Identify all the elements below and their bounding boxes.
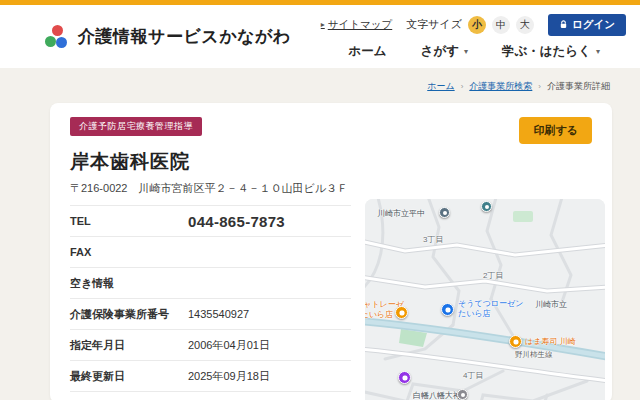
- breadcrumb: ホーム › 介護事業所検索 › 介護事業所詳細: [50, 68, 612, 103]
- map-label-district3: 3丁目: [423, 235, 443, 245]
- supermarket-pin-icon[interactable]: [441, 303, 454, 316]
- field-row-last-updated: 最終更新日 2025年09月18日: [70, 360, 351, 391]
- field-value: 1435540927: [188, 308, 249, 320]
- chevron-right-icon: ▸: [321, 20, 325, 29]
- nav-home-label: ホーム: [349, 43, 387, 60]
- field-label: 空き情報: [70, 276, 188, 291]
- chevron-down-icon: ▾: [464, 47, 468, 56]
- breadcrumb-search[interactable]: 介護事業所検索: [469, 80, 532, 93]
- nav-home[interactable]: ホーム: [349, 43, 387, 60]
- map-label-road: 野川柿生線: [515, 350, 553, 359]
- logo-dot-red: [52, 25, 63, 36]
- map-label-district2: 2丁目: [483, 271, 503, 281]
- header-right: ▸サイトマップ 文字サイズ 小 中 大 ログイン ホーム さがす▾ 学ぶ・はたら…: [321, 14, 626, 60]
- facility-detail-card: 介護予防居宅療養管理指導 印刷する 岸本歯科医院 〒216-0022 川崎市宮前…: [50, 103, 612, 400]
- field-row-office-number: 介護保険事業所番号 1435540927: [70, 298, 351, 329]
- field-label: TEL: [70, 215, 188, 227]
- map-label-school[interactable]: 川崎市立平中: [377, 209, 425, 219]
- field-value: 2006年04月01日: [188, 338, 270, 353]
- poi-pin-icon[interactable]: [481, 201, 492, 212]
- site-logo[interactable]: 介護情報サービスかながわ: [44, 24, 291, 50]
- field-row-tel: TEL 044-865-7873: [70, 205, 351, 236]
- field-row-designation-date: 指定年月日 2006年04月01日: [70, 329, 351, 360]
- map-label-chateraise[interactable]: シャトレーゼ たいら店: [365, 300, 393, 320]
- field-label: 最終更新日: [70, 369, 188, 384]
- logo-dot-green: [45, 36, 56, 47]
- chevron-right-icon: ›: [461, 82, 464, 91]
- school-pin-icon[interactable]: [439, 207, 450, 218]
- nav-learn[interactable]: 学ぶ・はたらく▾: [502, 43, 600, 60]
- login-label: ログイン: [572, 18, 615, 32]
- field-label: FAX: [70, 246, 188, 258]
- utility-row: ▸サイトマップ 文字サイズ 小 中 大 ログイン: [321, 14, 626, 36]
- font-size-medium-button[interactable]: 中: [492, 16, 510, 34]
- breadcrumb-current: 介護事業所詳細: [547, 80, 610, 93]
- field-label: 介護保険事業所番号: [70, 307, 188, 322]
- site-title: 介護情報サービスかながわ: [78, 25, 291, 48]
- logo-icon: [44, 24, 70, 50]
- nav-search[interactable]: さがす▾: [421, 43, 468, 60]
- font-size-small-button[interactable]: 小: [468, 16, 486, 34]
- page-content: ホーム › 介護事業所検索 › 介護事業所詳細 介護予防居宅療養管理指導 印刷す…: [50, 68, 612, 400]
- facility-address: 〒216-0022 川崎市宮前区平２－４－１０山田ビル３Ｆ: [70, 181, 592, 196]
- map-label-shrine[interactable]: 白幡八幡大神: [413, 391, 461, 400]
- chevron-down-icon: ▾: [596, 47, 600, 56]
- sitemap-link[interactable]: ▸サイトマップ: [321, 18, 393, 32]
- font-size-large-button[interactable]: 大: [516, 16, 534, 34]
- restaurant-pin-icon[interactable]: [509, 335, 522, 348]
- field-row-vacancy: 空き情報: [70, 267, 351, 298]
- font-size-control: 文字サイズ 小 中 大: [406, 16, 534, 34]
- map-label-city-facility[interactable]: 川崎市立: [535, 300, 567, 310]
- card-top-row: 介護予防居宅療養管理指導 印刷する: [70, 117, 592, 144]
- poi-purple-pin-icon[interactable]: [398, 371, 411, 384]
- shrine-pin-icon[interactable]: [457, 389, 468, 400]
- service-type-badge: 介護予防居宅療養管理指導: [70, 117, 202, 136]
- sitemap-label: サイトマップ: [328, 18, 392, 32]
- field-value: 044-865-7873: [188, 213, 285, 230]
- field-row-manager: 管理者: [70, 391, 351, 400]
- store-pin-icon[interactable]: [395, 306, 408, 319]
- facility-fields: TEL 044-865-7873 FAX 空き情報 介護保険事業所番号 1435…: [70, 205, 351, 400]
- nav-learn-label: 学ぶ・はたらく: [502, 43, 591, 60]
- nav-search-label: さがす: [421, 43, 459, 60]
- login-button[interactable]: ログイン: [548, 14, 626, 36]
- logo-dot-blue: [56, 37, 67, 48]
- map-label-sotetsu-rosen[interactable]: そうてつローゼン たいら店: [458, 299, 523, 319]
- map-label-hamazushi[interactable]: はま寿司 川崎: [525, 337, 576, 347]
- font-size-label: 文字サイズ: [406, 17, 462, 32]
- field-row-fax: FAX: [70, 236, 351, 267]
- site-header: 介護情報サービスかながわ ▸サイトマップ 文字サイズ 小 中 大 ログイン ホー…: [0, 5, 640, 68]
- card-body: TEL 044-865-7873 FAX 空き情報 介護保険事業所番号 1435…: [70, 205, 592, 400]
- main-nav: ホーム さがす▾ 学ぶ・はたらく▾: [349, 43, 600, 60]
- lock-icon: [559, 20, 568, 29]
- breadcrumb-home[interactable]: ホーム: [427, 80, 454, 93]
- field-value: 2025年09月18日: [188, 369, 270, 384]
- map-label-district4: 4丁目: [463, 371, 483, 381]
- map[interactable]: 川崎市立平中 3丁目 2丁目 そうてつローゼン たいら店 シャトレーゼ たいら店…: [365, 199, 605, 400]
- facility-name: 岸本歯科医院: [70, 149, 592, 175]
- chevron-right-icon: ›: [538, 82, 541, 91]
- field-label: 指定年月日: [70, 338, 188, 353]
- print-button[interactable]: 印刷する: [519, 117, 592, 144]
